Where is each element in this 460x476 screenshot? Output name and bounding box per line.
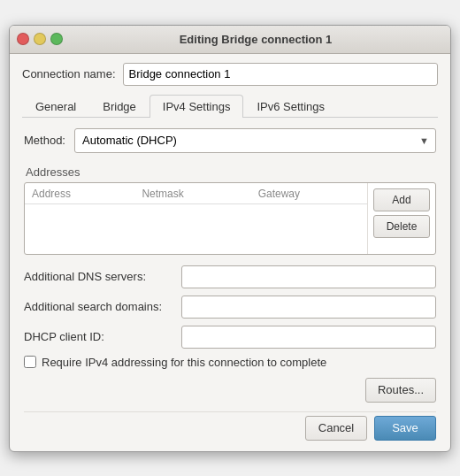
search-domains-label: Additional search domains:: [24, 300, 174, 313]
titlebar: Editing Bridge connection 1: [10, 26, 450, 54]
dhcp-client-id-label: DHCP client ID:: [24, 330, 174, 343]
connection-name-label: Connection name:: [22, 67, 116, 81]
titlebar-buttons: [17, 33, 63, 45]
close-button[interactable]: [17, 33, 29, 45]
cancel-button[interactable]: Cancel: [305, 416, 367, 441]
dhcp-client-id-row: DHCP client ID:: [24, 326, 436, 349]
dialog-buttons: Cancel Save: [24, 411, 436, 441]
minimize-button[interactable]: [34, 33, 46, 45]
add-address-button[interactable]: Add: [373, 188, 430, 211]
dns-servers-input[interactable]: [181, 265, 436, 288]
dhcp-client-id-input[interactable]: [181, 326, 436, 349]
connection-name-input[interactable]: [123, 63, 438, 86]
require-ipv4-label: Require IPv4 addressing for this connect…: [42, 356, 326, 369]
method-select[interactable]: Automatic (DHCP) Manual Link-Local Only …: [74, 128, 436, 153]
method-select-wrapper: Automatic (DHCP) Manual Link-Local Only …: [74, 128, 436, 153]
routes-button[interactable]: Routes...: [365, 378, 436, 403]
main-window: Editing Bridge connection 1 Connection n…: [9, 25, 451, 452]
addresses-table: Address Netmask Gateway: [25, 183, 367, 254]
tab-general[interactable]: General: [22, 95, 89, 118]
tab-bridge[interactable]: Bridge: [89, 95, 150, 118]
address-col-header: Address: [25, 183, 134, 204]
maximize-button[interactable]: [50, 33, 63, 45]
gateway-col-header: Gateway: [251, 183, 367, 204]
dns-servers-row: Additional DNS servers:: [24, 265, 436, 288]
addresses-section-label: Addresses: [26, 165, 436, 179]
save-button[interactable]: Save: [374, 416, 436, 441]
window-body: Connection name: General Bridge IPv4 Set…: [10, 54, 450, 451]
tabs: General Bridge IPv4 Settings IPv6 Settin…: [22, 95, 438, 118]
tab-ipv6-settings[interactable]: IPv6 Settings: [243, 95, 338, 118]
search-domains-input[interactable]: [181, 296, 436, 319]
ipv4-tab-content: Method: Automatic (DHCP) Manual Link-Loc…: [22, 128, 438, 441]
window-title: Editing Bridge connection 1: [68, 33, 443, 46]
connection-name-row: Connection name:: [22, 63, 438, 86]
delete-address-button[interactable]: Delete: [373, 215, 430, 238]
tab-ipv4-settings[interactable]: IPv4 Settings: [150, 95, 244, 118]
search-domains-row: Additional search domains:: [24, 296, 436, 319]
routes-row: Routes...: [24, 378, 436, 403]
method-label: Method:: [24, 134, 65, 147]
netmask-col-header: Netmask: [134, 183, 250, 204]
require-ipv4-checkbox[interactable]: [24, 356, 36, 368]
require-ipv4-row: Require IPv4 addressing for this connect…: [24, 356, 436, 369]
addresses-area: Address Netmask Gateway Add Delete: [24, 182, 436, 255]
addresses-buttons: Add Delete: [367, 183, 435, 254]
method-row: Method: Automatic (DHCP) Manual Link-Loc…: [24, 128, 436, 153]
dns-servers-label: Additional DNS servers:: [24, 270, 174, 283]
